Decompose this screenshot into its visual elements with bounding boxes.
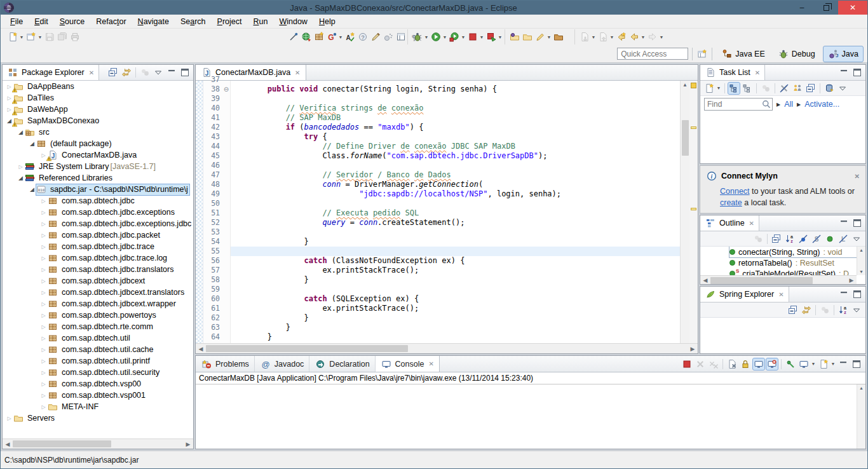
open-console-icon[interactable] — [818, 358, 829, 370]
collapse-all-icon[interactable] — [805, 83, 817, 94]
expand-arrow-icon[interactable]: ▷ — [39, 210, 48, 215]
close-icon[interactable]: ✕ — [755, 69, 760, 76]
menu-file[interactable]: File — [4, 16, 29, 27]
tree-item-com-sap-dbtech-jdbc-trace[interactable]: ▷com.sap.dbtech.jdbc.trace — [3, 241, 193, 252]
remove-launch-icon[interactable] — [695, 358, 706, 370]
link-editor-icon[interactable] — [121, 67, 132, 78]
hint-icon[interactable]: ? — [357, 31, 369, 43]
close-icon[interactable]: ✕ — [295, 69, 300, 76]
restore-button[interactable] — [814, 1, 838, 15]
min-icon[interactable] — [837, 358, 849, 370]
needle-icon[interactable] — [288, 31, 299, 43]
view-menu-icon[interactable] — [837, 83, 848, 94]
tab-package-explorer[interactable]: Package Explorer ✕ — [3, 65, 99, 80]
tree-item-dawebapp[interactable]: ▷DaWebApp — [3, 104, 193, 115]
expand-arrow-icon[interactable]: ▷ — [39, 324, 48, 330]
tree-item-com-sap-dbtech-util-printf[interactable]: ▷com.sap.dbtech.util.printf — [3, 355, 193, 367]
dropdown-caret-icon[interactable]: ▼ — [831, 362, 836, 366]
close-button[interactable]: ✕ — [838, 1, 867, 15]
mylyn-link-connect[interactable]: Connect — [720, 187, 750, 196]
dropdown-caret-icon[interactable]: ▼ — [546, 35, 552, 39]
tree-item-sapmaxdbconexao[interactable]: ◢SapMaxDBConexao — [3, 115, 193, 126]
menu-help[interactable]: Help — [313, 16, 341, 27]
hide-fields-icon[interactable] — [797, 233, 809, 245]
max-icon[interactable] — [851, 217, 863, 229]
outline-item-conectar[interactable]: conectar(String, String) : void — [729, 247, 865, 257]
outline-hscrollbar[interactable]: ◀ ▶ — [700, 275, 857, 284]
scroll-thumb[interactable] — [206, 345, 408, 352]
tree-item-com-sap-dbtech-powertoys[interactable]: ▷com.sap.dbtech.powertoys — [3, 309, 193, 321]
expand-arrow-icon[interactable]: ▷ — [39, 221, 48, 227]
menu-edit[interactable]: Edit — [29, 16, 54, 27]
expand-arrow-icon[interactable]: ▷ — [39, 278, 48, 284]
focus-icon[interactable] — [760, 83, 771, 94]
editor-annotation-ruler[interactable] — [196, 81, 203, 343]
expand-arrow-icon[interactable]: ▷ — [39, 244, 48, 250]
dropdown-caret-icon[interactable]: ▼ — [591, 35, 596, 39]
dropdown-caret-icon[interactable]: ▼ — [641, 35, 646, 39]
outline-vscrollbar[interactable]: ▲▼ — [857, 247, 865, 275]
run-icon[interactable] — [430, 31, 442, 43]
open-resource-icon[interactable] — [522, 31, 533, 43]
editor-vscrollbar[interactable]: ▲ — [680, 81, 689, 343]
menu-navigate[interactable]: Navigate — [132, 16, 175, 27]
dropdown-caret-icon[interactable]: ▼ — [442, 35, 447, 39]
stdout-toggle-icon[interactable] — [753, 358, 764, 370]
tab-task-list[interactable]: Task List ✕ — [700, 65, 765, 80]
brush-icon[interactable] — [370, 31, 381, 43]
tree-item-com-sap-dbtech-jdbc-exceptions[interactable]: ▷com.sap.dbtech.jdbc.exceptions — [3, 207, 193, 218]
menu-source[interactable]: Source — [54, 16, 91, 27]
close-icon[interactable]: ✕ — [749, 220, 754, 227]
new-wizard-icon[interactable] — [7, 31, 18, 43]
min-icon[interactable] — [838, 67, 850, 78]
terminate-icon[interactable] — [681, 358, 693, 370]
tree-item-daappbeans[interactable]: ▷DaAppBeans — [3, 81, 193, 92]
find-input[interactable] — [705, 100, 761, 109]
editor-hscrollbar[interactable]: ◀ ▶ — [196, 343, 698, 353]
new-window-icon[interactable] — [25, 31, 37, 43]
remove-all-icon[interactable] — [708, 358, 719, 370]
collapse-all-icon[interactable] — [771, 233, 782, 245]
tree-item-com-sap-dbtech-jdbc-trace-log[interactable]: ▷com.sap.dbtech.jdbc.trace.log — [3, 252, 193, 264]
expand-arrow-icon[interactable]: ▷ — [39, 393, 48, 398]
tree-item-com-sap-dbtech-jdbc-translators[interactable]: ▷com.sap.dbtech.jdbc.translators — [3, 264, 193, 275]
tree-item-datiles[interactable]: ▷DaTiles — [3, 92, 193, 104]
collapse-all-icon[interactable] — [107, 67, 119, 78]
min-icon[interactable] — [838, 289, 850, 300]
show-view-icon[interactable] — [395, 31, 407, 43]
sync-icon[interactable] — [824, 83, 835, 94]
update-site-icon[interactable] — [301, 31, 312, 43]
hide-locals-icon[interactable]: L — [837, 233, 849, 245]
tab-spring-explorer[interactable]: Spring Explorer ✕ — [700, 287, 789, 302]
perspective-debug[interactable]: Debug — [773, 46, 820, 62]
tree-item-referenced-libraries[interactable]: ◢Referenced Libraries — [3, 172, 193, 184]
open-task-icon[interactable] — [553, 31, 564, 43]
editor-fold-ruler[interactable]: ⊖ — [222, 81, 231, 343]
collapse-arrow-icon[interactable]: ◢ — [28, 140, 36, 147]
pin-console-icon[interactable] — [785, 358, 796, 370]
tree-item-com-sap-dbtech-rte-comm[interactable]: ▷com.sap.dbtech.rte.comm — [3, 321, 193, 332]
expand-arrow-icon[interactable]: ▷ — [39, 198, 48, 204]
tree-item-com-sap-dbtech-jdbc-exceptions-jdbc[interactable]: ▷com.sap.dbtech.jdbc.exceptions.jdbc — [3, 218, 193, 229]
scroll-right-icon[interactable]: ▶ — [688, 346, 698, 352]
tree-item-servers[interactable]: ▷Servers — [3, 412, 193, 424]
expand-arrow-icon[interactable]: ▷ — [39, 267, 48, 273]
new-task-icon[interactable] — [703, 83, 715, 94]
expand-arrow-icon[interactable]: ▶ — [776, 102, 780, 107]
scroll-thumb[interactable] — [682, 120, 689, 156]
link-editor-icon[interactable] — [801, 304, 812, 316]
task-list-link-all[interactable]: All — [784, 100, 793, 109]
dropdown-caret-icon[interactable]: ▼ — [716, 86, 721, 90]
tree-item-com-sap-dbtech-vsp00[interactable]: ▷com.sap.dbtech.vsp00 — [3, 378, 193, 390]
new-ejb-icon[interactable] — [313, 31, 325, 43]
scroll-right-icon[interactable]: ▶ — [183, 441, 193, 447]
view-menu-icon[interactable] — [153, 67, 164, 78]
min-icon[interactable] — [838, 217, 850, 229]
code-area[interactable]: public void conectar(String login, Strin… — [231, 81, 680, 343]
sort-icon[interactable]: az — [837, 304, 849, 316]
dropdown-caret-icon[interactable]: ▼ — [461, 35, 466, 39]
tab-console[interactable]: Console✕ — [376, 356, 440, 372]
tree-item-com-sap-dbtech-util[interactable]: ▷com.sap.dbtech.util — [3, 332, 193, 344]
menu-run[interactable]: Run — [247, 16, 273, 27]
scroll-left-icon[interactable]: ◀ — [196, 346, 206, 352]
